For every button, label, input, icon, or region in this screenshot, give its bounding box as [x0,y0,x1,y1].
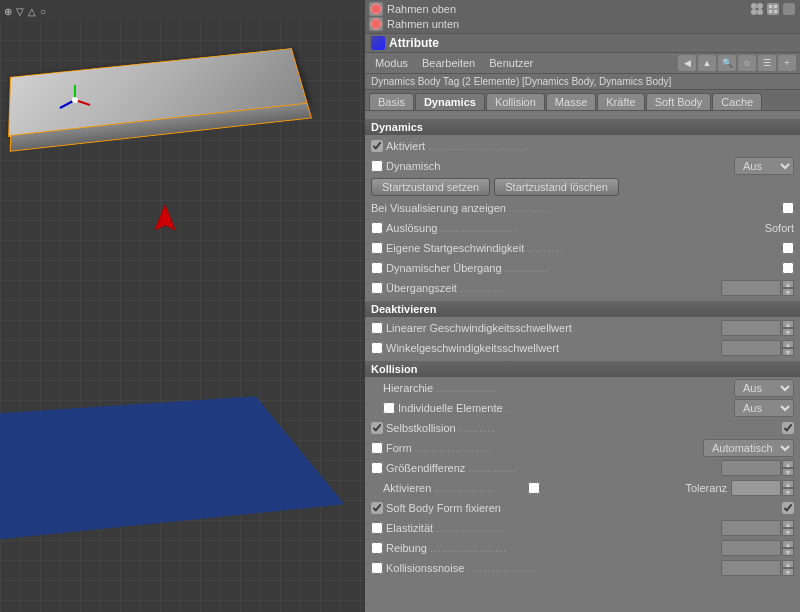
elastizitaet-spinner: ▲ ▼ [782,520,794,536]
reibung-input[interactable]: 30 % [721,540,781,556]
toleranz-spinner: ▲ ▼ [782,480,794,496]
tab-kollision[interactable]: Kollision [486,93,545,110]
reibung-spinner-up[interactable]: ▲ [782,540,794,548]
btn-clear[interactable]: Startzustand löschen [494,178,619,196]
nav-search[interactable]: 🔍 [718,55,736,71]
form-checkbox[interactable] [371,442,383,454]
main-container: ⊕ ▽ △ ○ Rahmen oben [0,0,800,612]
toleranz-input[interactable]: 1 cm [731,480,781,496]
winkel-checkbox[interactable] [371,342,383,354]
groesse-checkbox[interactable] [371,462,383,474]
aktivieren-label: Aktivieren [383,482,431,494]
row-soft-body: Soft Body Form fixieren [371,499,794,517]
eigene-value-checkbox[interactable] [782,242,794,254]
elastizitaet-input[interactable]: 50 % [721,520,781,536]
elastizitaet-checkbox[interactable] [371,522,383,534]
svg-rect-13 [769,10,772,13]
top-icon-3 [782,2,796,16]
menu-benutzer[interactable]: Benutzer [483,56,539,70]
tab-kraefte[interactable]: Kräfte [597,93,644,110]
hierarchie-dropdown[interactable]: Aus Ein [734,379,794,397]
toleranz-input-wrap: 1 cm ▲ ▼ [731,480,794,496]
dyn-uebergang-value-checkbox[interactable] [782,262,794,274]
toleranz-spinner-down[interactable]: ▼ [782,488,794,496]
attr-title: Attribute [389,36,439,50]
svg-rect-10 [767,3,779,15]
reibung-spinner-down[interactable]: ▼ [782,548,794,556]
svg-rect-15 [783,3,795,15]
groesse-spinner-up[interactable]: ▲ [782,460,794,468]
toolbar-icon-4[interactable]: ○ [40,6,46,17]
spinner-up[interactable]: ▲ [782,280,794,288]
winkel-input[interactable]: 10 ° [721,340,781,356]
nav-menu[interactable]: ☰ [758,55,776,71]
tab-dynamics[interactable]: Dynamics [415,93,485,110]
kollisions-spinner-down[interactable]: ▼ [782,568,794,576]
winkel-spinner-up[interactable]: ▲ [782,340,794,348]
uebergangszeit-checkbox[interactable] [371,282,383,294]
linear-spinner-down[interactable]: ▼ [782,328,794,336]
row-aktiviert: Aktiviert ......................... [371,137,794,155]
elastizitaet-spinner-down[interactable]: ▼ [782,528,794,536]
linear-spinner-up[interactable]: ▲ [782,320,794,328]
individuelle-dropdown[interactable]: Aus Ein [734,399,794,417]
dyn-uebergang-checkbox[interactable] [371,262,383,274]
viewport: ⊕ ▽ △ ○ [0,0,365,612]
tab-softbody[interactable]: Soft Body [646,93,712,110]
soft-body-checkbox[interactable] [371,502,383,514]
elastizitaet-spinner-up[interactable]: ▲ [782,520,794,528]
visualisierung-checkbox[interactable] [782,202,794,214]
nav-back[interactable]: ◀ [678,55,696,71]
rahmen-oben-icon [369,2,383,16]
tab-masse[interactable]: Masse [546,93,596,110]
kollisions-spinner-up[interactable]: ▲ [782,560,794,568]
uebergangszeit-label: Übergangszeit [386,282,457,294]
top-bar-row-1: Rahmen oben [369,2,796,16]
toolbar-icon-1[interactable]: ⊕ [4,6,12,17]
linear-input[interactable]: 10 cm [721,320,781,336]
nav-add[interactable]: + [778,55,796,71]
reibung-checkbox[interactable] [371,542,383,554]
kollisions-checkbox[interactable] [371,562,383,574]
tab-cache[interactable]: Cache [712,93,762,110]
btn-start[interactable]: Startzustand setzen [371,178,490,196]
eigene-checkbox[interactable] [371,242,383,254]
linear-checkbox[interactable] [371,322,383,334]
toleranz-spinner-up[interactable]: ▲ [782,480,794,488]
aktiviert-label: Aktiviert [386,140,425,152]
ausloesung-checkbox[interactable] [371,222,383,234]
winkel-input-wrap: 10 ° ▲ ▼ [721,340,794,356]
top-icon-2 [766,2,780,16]
tab-basis[interactable]: Basis [369,93,414,110]
menu-bearbeiten[interactable]: Bearbeiten [416,56,481,70]
dynamisch-dropdown[interactable]: Aus Ein [734,157,794,175]
content-area: Dynamics Aktiviert .....................… [365,111,800,612]
groesse-input[interactable]: 0 cm [721,460,781,476]
nav-up[interactable]: ▲ [698,55,716,71]
winkel-spinner: ▲ ▼ [782,340,794,356]
top-icon-1 [750,2,764,16]
uebergangszeit-input[interactable]: 50 B [721,280,781,296]
row-individuelle: Individuelle Elemente . Aus Ein [371,399,794,417]
selbst-value-checkbox[interactable] [782,422,794,434]
kollisions-input[interactable]: 0.5 % [721,560,781,576]
rahmen-unten-icon [369,17,383,31]
individuelle-checkbox[interactable] [383,402,395,414]
aktiviert-checkbox[interactable] [371,140,383,152]
rahmen-unten-label[interactable]: Rahmen unten [387,18,459,30]
toolbar-icon-3[interactable]: △ [28,6,36,17]
spinner-down[interactable]: ▼ [782,288,794,296]
nav-bookmark[interactable]: ☆ [738,55,756,71]
menu-modus[interactable]: Modus [369,56,414,70]
dynamisch-checkbox[interactable] [371,160,383,172]
selbst-checkbox[interactable] [371,422,383,434]
aktivieren-checkbox[interactable] [528,482,540,494]
top-bar-row-2: Rahmen unten [369,17,796,31]
form-dropdown[interactable]: Automatisch [703,439,794,457]
groesse-spinner-down[interactable]: ▼ [782,468,794,476]
winkel-spinner-down[interactable]: ▼ [782,348,794,356]
rahmen-oben-label[interactable]: Rahmen oben [387,3,456,15]
toolbar-icon-2[interactable]: ▽ [16,6,24,17]
form-label-text: Form [386,442,412,454]
soft-body-value-checkbox[interactable] [782,502,794,514]
